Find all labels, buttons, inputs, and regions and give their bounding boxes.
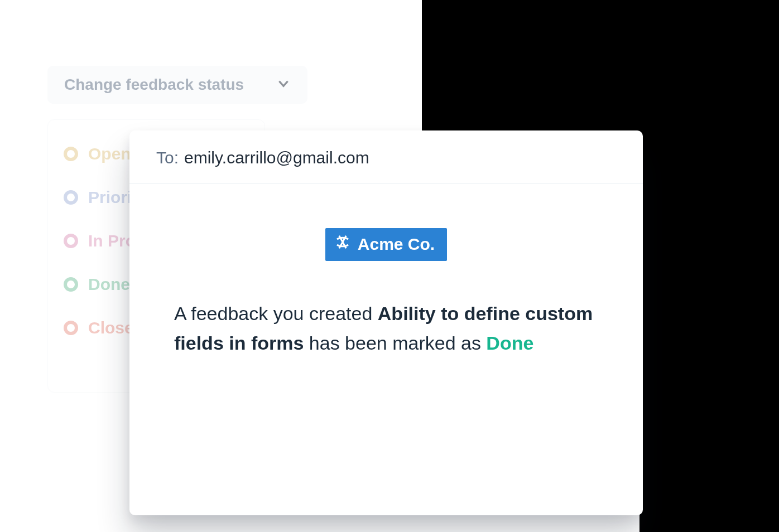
- email-to-label: To:: [156, 148, 179, 167]
- status-value: Done: [486, 332, 533, 354]
- status-dot-icon: [64, 190, 78, 205]
- email-card: To: emily.carrillo@gmail.com Acme Co. A …: [129, 130, 643, 515]
- message-text: has been marked as: [309, 332, 487, 354]
- status-dot-icon: [64, 147, 78, 161]
- change-status-label: Change feedback status: [64, 76, 244, 94]
- status-dot-icon: [64, 321, 78, 335]
- notification-message: A feedback you created Ability to define…: [174, 299, 598, 357]
- status-dot-icon: [64, 277, 78, 292]
- email-body: Acme Co. A feedback you created Ability …: [129, 183, 643, 380]
- logo-icon: [334, 234, 351, 254]
- status-option-label: Open: [88, 144, 131, 163]
- status-dot-icon: [64, 234, 78, 248]
- chevron-down-icon: [276, 76, 291, 93]
- company-name: Acme Co.: [358, 235, 435, 254]
- background-region: [422, 0, 779, 139]
- message-text: A feedback you created: [174, 303, 378, 324]
- company-logo-badge: Acme Co.: [325, 228, 447, 261]
- email-header: To: emily.carrillo@gmail.com: [129, 130, 643, 183]
- email-to-address: emily.carrillo@gmail.com: [184, 148, 369, 167]
- change-status-dropdown[interactable]: Change feedback status: [47, 66, 307, 104]
- status-option-label: Done: [88, 275, 130, 294]
- background-region: [639, 139, 779, 532]
